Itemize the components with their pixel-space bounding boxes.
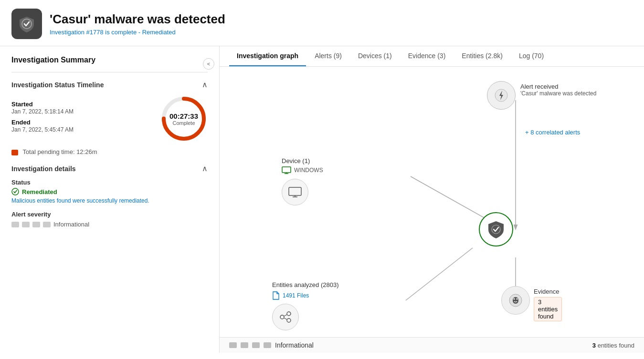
main-layout: Investigation Summary < Investigation St… <box>0 46 644 353</box>
header-text: 'Casur' malware was detected Investigati… <box>50 12 225 36</box>
entities-count: 3 <box>592 342 596 349</box>
alert-lightning-icon <box>495 89 508 102</box>
evidence-count-badge: 3 entities found <box>534 297 562 321</box>
bottom-bar: Informational 3 entities found <box>220 337 644 353</box>
bottom-severity-label: Informational <box>275 341 314 349</box>
header-icon <box>11 9 42 39</box>
tab-entities[interactable]: Entities (2.8k) <box>454 46 510 66</box>
sidebar-title: Investigation Summary <box>11 56 95 64</box>
alert-node[interactable] <box>487 81 516 110</box>
alert-node-label: Alert received 'Casur' malware was detec… <box>520 83 596 97</box>
svg-line-7 <box>406 248 473 300</box>
ended-label: Ended <box>11 119 150 126</box>
sidebar-collapse-button[interactable]: < <box>203 58 214 70</box>
device-node-label: Device (1) <box>282 157 323 164</box>
svg-point-17 <box>287 312 291 316</box>
device-circle-node[interactable] <box>282 179 308 205</box>
timeline-section: Investigation Status Timeline ∧ Started … <box>11 80 208 155</box>
duration-status: Complete <box>169 120 198 126</box>
bottom-sev-bar-3 <box>252 342 260 348</box>
tab-evidence[interactable]: Evidence (3) <box>401 46 454 66</box>
bottom-sev-bar-4 <box>264 342 271 348</box>
bug-icon <box>508 293 523 308</box>
severity-badges: Informational <box>11 221 208 228</box>
details-section-title: Investigation details <box>11 165 76 173</box>
details-section: Investigation details ∧ Status Remediate… <box>11 164 208 228</box>
monitor-icon <box>288 187 302 197</box>
file-icon <box>272 291 280 300</box>
timeline-toggle-button[interactable]: ∧ <box>202 80 208 89</box>
severity-badge-1 <box>11 222 19 227</box>
entities-node-wrapper: Entities analyzed (2803) 1491 Files <box>272 281 338 330</box>
device-sublabel: WINDOWS <box>294 167 323 174</box>
evidence-label-wrapper: Evidence 3 entities found <box>534 288 562 321</box>
timer-section: Started Jan 7, 2022, 5:18:14 AM Ended Ja… <box>11 95 208 143</box>
svg-rect-12 <box>289 187 301 195</box>
pending-bar-icon <box>11 150 18 155</box>
tab-devices[interactable]: Devices (1) <box>350 46 400 66</box>
started-label: Started <box>11 101 150 108</box>
svg-point-16 <box>280 315 284 319</box>
tab-investigation-graph[interactable]: Investigation graph <box>229 46 306 66</box>
svg-point-23 <box>517 298 518 300</box>
pending-time-text: Total pending time: 12:26m <box>22 148 97 155</box>
svg-line-20 <box>284 318 287 319</box>
svg-line-5 <box>411 176 487 219</box>
svg-point-18 <box>287 318 291 322</box>
device-node-wrapper: Device (1) WINDOWS <box>282 157 323 205</box>
ended-row: Ended Jan 7, 2022, 5:45:47 AM <box>11 119 150 133</box>
evidence-node-label: Evidence <box>534 288 562 295</box>
start-end-times: Started Jan 7, 2022, 5:18:14 AM Ended Ja… <box>11 101 150 137</box>
status-description: Malicious entities found were successful… <box>11 197 208 204</box>
severity-text: Informational <box>53 221 89 228</box>
pending-time: Total pending time: 12:26m <box>11 148 208 155</box>
started-row: Started Jan 7, 2022, 5:18:14 AM <box>11 101 150 115</box>
timeline-section-header: Investigation Status Timeline ∧ <box>11 80 208 89</box>
alert-severity-label: Alert severity <box>11 211 208 218</box>
right-panel: Investigation graph Alerts (9) Devices (… <box>220 46 644 353</box>
center-shield-icon <box>487 220 505 238</box>
tabs-bar: Investigation graph Alerts (9) Devices (… <box>220 46 644 67</box>
device-sub-row: WINDOWS <box>282 166 323 174</box>
details-toggle-button[interactable]: ∧ <box>202 164 208 173</box>
severity-badge-2 <box>22 222 30 227</box>
bottom-sev-bar-1 <box>229 342 237 348</box>
status-text: Remediated <box>22 188 57 195</box>
center-investigation-node[interactable] <box>479 212 513 246</box>
status-label: Status <box>11 179 208 186</box>
bottom-sev-bar-2 <box>241 342 248 348</box>
entities-node-label: Entities analyzed (2803) <box>272 281 338 288</box>
alert-node-wrapper: Alert received 'Casur' malware was detec… <box>487 81 516 110</box>
entities-link-icon <box>279 310 292 324</box>
entities-circle-node[interactable] <box>272 304 299 330</box>
entities-found-label: entities found <box>598 342 634 349</box>
page-header: 'Casur' malware was detected Investigati… <box>0 0 644 46</box>
severity-badge-4 <box>43 222 51 227</box>
remediated-icon <box>11 188 19 195</box>
investigation-subtitle: Investigation #1778 is complete - Remedi… <box>50 29 225 36</box>
windows-device-icon <box>282 166 291 174</box>
duration-donut: 00:27:33 Complete <box>160 95 208 143</box>
started-value: Jan 7, 2022, 5:18:14 AM <box>11 108 150 115</box>
ended-value: Jan 7, 2022, 5:45:47 AM <box>11 126 150 133</box>
sidebar: Investigation Summary < Investigation St… <box>0 46 220 353</box>
status-value: Remediated <box>11 188 208 195</box>
donut-center: 00:27:33 Complete <box>169 112 198 126</box>
sidebar-header: Investigation Summary < <box>11 56 208 72</box>
tab-alerts[interactable]: Alerts (9) <box>307 46 349 66</box>
duration-time: 00:27:33 <box>169 112 198 120</box>
page-title: 'Casur' malware was detected <box>50 12 225 27</box>
severity-badge-3 <box>32 222 40 227</box>
timeline-section-title: Investigation Status Timeline <box>11 81 104 89</box>
correlated-alerts-link[interactable]: + 8 correlated alerts <box>525 129 580 136</box>
details-section-header: Investigation details ∧ <box>11 164 208 173</box>
svg-point-22 <box>514 298 515 300</box>
files-count-label: 1491 Files <box>283 292 309 299</box>
bottom-severity: Informational <box>229 341 314 349</box>
svg-line-19 <box>284 315 287 316</box>
svg-rect-9 <box>282 167 291 173</box>
evidence-circle-node[interactable] <box>501 286 530 315</box>
tab-log[interactable]: Log (70) <box>511 46 551 66</box>
investigation-graph-area: Alert received 'Casur' malware was detec… <box>220 67 644 353</box>
entities-sub-row: 1491 Files <box>272 291 338 300</box>
